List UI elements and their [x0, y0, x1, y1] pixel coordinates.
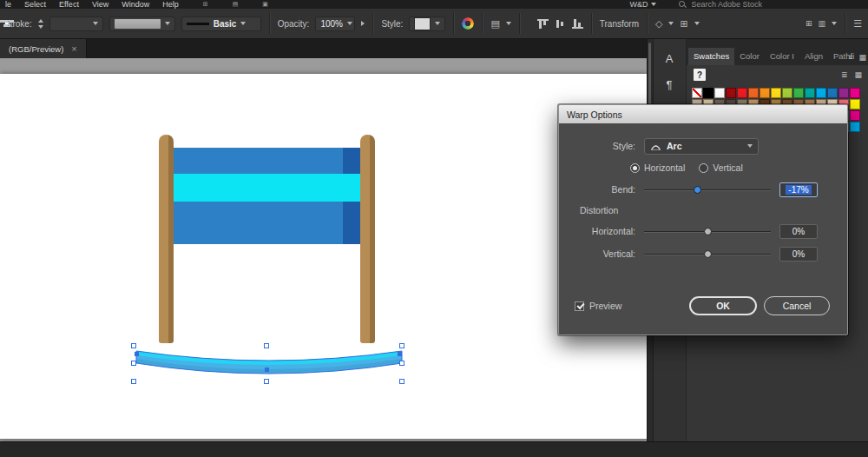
variable-width-profile-dropdown[interactable]	[109, 17, 175, 31]
panel-grid-icon[interactable]: ▦	[858, 54, 866, 62]
close-icon[interactable]: ×	[71, 43, 76, 54]
stroke-weight-dropdown[interactable]	[49, 17, 103, 31]
menu-item[interactable]: Select	[24, 0, 46, 9]
selection-handle[interactable]	[399, 343, 404, 348]
swatch[interactable]	[850, 88, 860, 98]
horizontal-distortion-field[interactable]: 0%	[779, 224, 818, 239]
swatch-none[interactable]	[692, 88, 702, 98]
shape-options-icon[interactable]: ⊞	[680, 19, 687, 29]
swatch[interactable]	[816, 88, 826, 98]
chevron-down-icon[interactable]	[832, 22, 837, 25]
arrange-grid-icon[interactable]: ⊞	[806, 20, 812, 28]
menu-item[interactable]: le	[5, 0, 11, 9]
selection-handle[interactable]	[264, 379, 269, 384]
swatch[interactable]	[703, 88, 713, 98]
document-setup-icon[interactable]: ▤	[490, 19, 499, 29]
horizontal-distortion-slider[interactable]	[644, 224, 771, 239]
menu-item[interactable]: Effect	[59, 0, 79, 9]
chevron-down-icon[interactable]	[668, 22, 674, 25]
menu-item[interactable]: View	[92, 0, 108, 9]
graphic-style-dropdown[interactable]	[409, 17, 445, 31]
preview-checkbox[interactable]: Preview	[575, 301, 621, 311]
recolor-artwork-icon[interactable]	[462, 17, 474, 30]
horizontal-slider-handle[interactable]	[704, 228, 712, 235]
dialog-titlebar[interactable]: Warp Options	[559, 105, 847, 123]
stroke-weight-stepper[interactable]	[38, 19, 43, 29]
chevron-down-icon[interactable]	[694, 22, 700, 25]
signpost-left[interactable]	[159, 135, 174, 343]
grid-view-icon[interactable]: ▦	[854, 71, 862, 79]
opacity-dropdown[interactable]: 100%	[315, 17, 355, 31]
selection-handle[interactable]	[399, 379, 404, 384]
vertical-distortion-slider[interactable]	[644, 247, 771, 262]
banner-shape[interactable]	[174, 148, 360, 244]
align-top-icon[interactable]	[537, 19, 549, 29]
align-middle-vertical-icon[interactable]	[555, 19, 566, 29]
selection-handle[interactable]	[131, 379, 136, 384]
vertical-distortion-field[interactable]: 0%	[779, 247, 818, 262]
panel-menu-icon[interactable]: ≡	[848, 54, 852, 62]
selection-handle[interactable]	[264, 343, 269, 348]
warp-style-dropdown[interactable]: Arc	[644, 138, 759, 155]
chevron-down-icon	[651, 3, 656, 6]
layout-icon[interactable]: ▤	[233, 1, 239, 8]
align-right-icon[interactable]	[4, 21, 10, 26]
swatch[interactable]	[850, 110, 860, 121]
signpost-right[interactable]	[360, 135, 375, 343]
vertical-radio[interactable]: Vertical	[699, 162, 742, 173]
help-icon[interactable]: ?	[694, 69, 706, 81]
document-tab[interactable]: (RGB/Preview) ×	[0, 39, 87, 58]
panel-tab-color-i[interactable]: Color I	[765, 48, 799, 65]
ok-button[interactable]: OK	[689, 296, 757, 315]
banner-cyan-stripe	[174, 174, 360, 202]
document-icon[interactable]: ▣	[262, 1, 268, 8]
chevron-down-icon[interactable]	[506, 22, 511, 25]
chevron-down-icon	[435, 22, 440, 25]
align-bottom-icon[interactable]	[572, 19, 583, 29]
anchor-point[interactable]	[265, 368, 269, 372]
cancel-button[interactable]: Cancel	[764, 296, 830, 315]
swatch[interactable]	[805, 88, 815, 98]
selection-handle[interactable]	[131, 361, 136, 366]
swatch[interactable]	[850, 99, 860, 109]
workspace-switcher[interactable]: W&D	[629, 0, 656, 9]
character-panel-icon[interactable]: A	[653, 48, 686, 69]
stock-search[interactable]: Search Adobe Stock	[679, 0, 762, 9]
swatch[interactable]	[714, 88, 725, 98]
horizontal-radio[interactable]: Horizontal	[630, 162, 685, 173]
vertical-slider-handle[interactable]	[704, 250, 712, 258]
panel-tab-align[interactable]: Align	[799, 48, 828, 65]
paragraph-panel-icon[interactable]: ¶	[653, 74, 686, 95]
panel-tab-color[interactable]: Color	[734, 48, 765, 65]
anchor-point[interactable]	[135, 352, 139, 356]
selection-handle[interactable]	[399, 361, 404, 366]
hamburger-menu-icon[interactable]: ☰	[853, 19, 862, 29]
swatch[interactable]	[748, 88, 759, 98]
anchor-point[interactable]	[398, 352, 402, 356]
canvas[interactable]	[0, 58, 647, 441]
squares-icon[interactable]: ⊞	[203, 1, 208, 8]
transform-options-icon[interactable]: ◇	[655, 19, 662, 29]
bend-slider[interactable]	[644, 182, 771, 197]
panel-tab-swatches[interactable]: Swatches	[688, 48, 734, 65]
more-options-arrow-icon[interactable]	[361, 21, 365, 26]
bend-value-field[interactable]: -17%	[779, 182, 818, 197]
swatch[interactable]	[737, 88, 747, 98]
swatch[interactable]	[793, 88, 804, 98]
panel-dock-icon[interactable]: ▥	[819, 20, 826, 28]
stock-search-label: Search Adobe Stock	[691, 0, 762, 9]
swatch[interactable]	[838, 88, 849, 98]
swatch[interactable]	[827, 88, 838, 98]
swatch[interactable]	[726, 88, 736, 98]
warped-arc-shape[interactable]	[134, 345, 404, 385]
swatch[interactable]	[771, 88, 781, 98]
swatch[interactable]	[760, 88, 770, 98]
swatch[interactable]	[850, 122, 860, 132]
menu-item[interactable]: Window	[122, 0, 149, 9]
menu-item[interactable]: Help	[162, 0, 179, 9]
selection-handle[interactable]	[131, 343, 136, 348]
brush-definition-dropdown[interactable]: Basic	[181, 17, 261, 31]
swatch[interactable]	[782, 88, 792, 98]
list-view-icon[interactable]: ≣	[841, 71, 848, 79]
bend-slider-handle[interactable]	[694, 186, 701, 194]
